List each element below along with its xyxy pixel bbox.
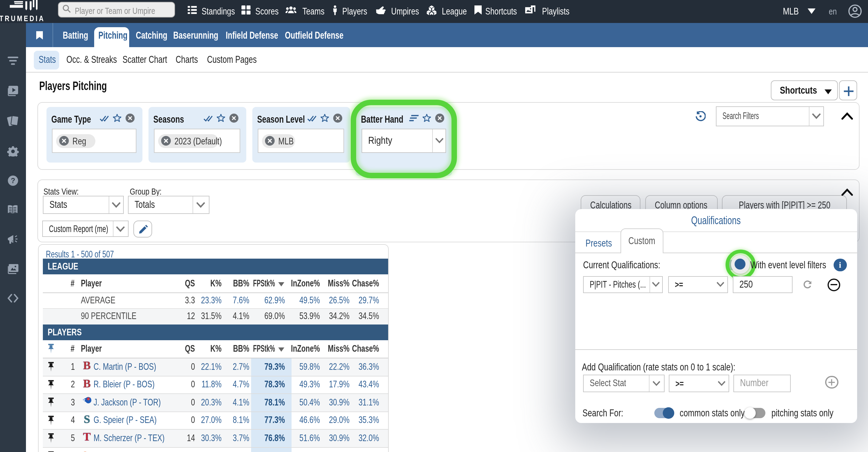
- svg-text:?: ?: [11, 176, 16, 184]
